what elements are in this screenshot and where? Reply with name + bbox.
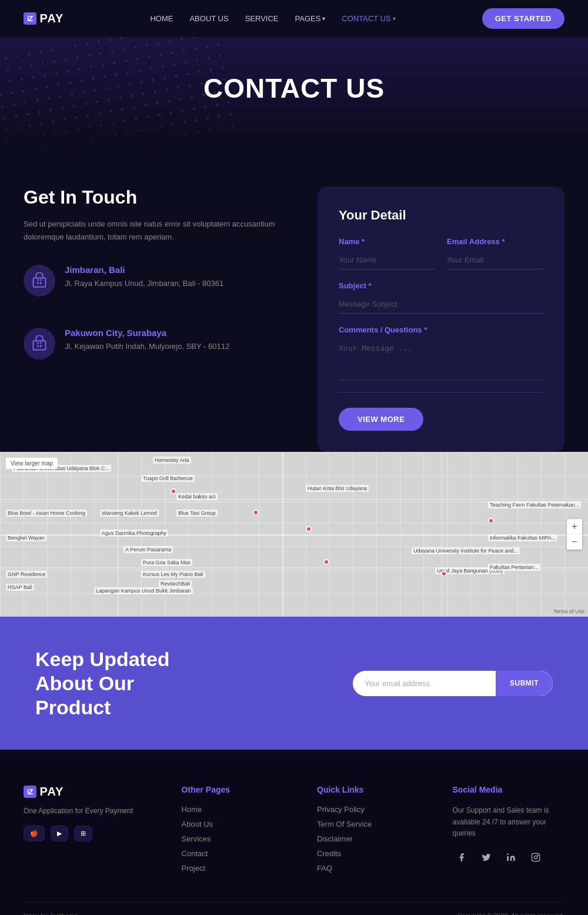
store-icon: ⊞ <box>81 830 86 837</box>
footer-link-terms[interactable]: Term Of Service <box>317 820 429 829</box>
map-label: Pura Goa Saka Mas <box>141 559 192 566</box>
form-group-email: Email Address * <box>447 237 543 269</box>
page-title: CONTACT US <box>0 72 588 104</box>
map-label: RevitechBali <box>159 580 192 587</box>
nav-links: HOME ABOUT US SERVICE PAGES ▾ CONTACT US… <box>150 14 395 23</box>
apple-store-badge[interactable]: 🍎 <box>24 826 45 841</box>
footer-col-social: Social Media Our Support and Sales team … <box>453 785 564 879</box>
map-label: Informatika Fakultas MIPA... <box>488 534 557 541</box>
svg-point-14 <box>534 856 537 859</box>
map-label: GNP Residence <box>6 571 47 578</box>
map-label: Teaching Farm Fakultas Peternakan... <box>488 501 581 508</box>
footer-link-disclaimer[interactable]: Disclaimer <box>317 834 429 843</box>
map-label: Tuapo Grill Barbecue <box>141 475 195 482</box>
form-title: Your Detail <box>339 208 543 223</box>
svg-rect-4 <box>40 282 41 285</box>
subject-input[interactable] <box>339 295 543 314</box>
map-pin <box>171 488 176 494</box>
map-label: Hutan Kota BNI Udayana <box>306 485 369 492</box>
map-label: Blue Bowl - Asian Home Cooking <box>6 510 87 517</box>
name-input[interactable] <box>339 251 435 269</box>
footer-link-about[interactable]: About Us <box>182 820 293 829</box>
instagram-icon[interactable] <box>527 849 544 866</box>
footer-copyright: Copyright © 2020. All rights reserved. <box>457 912 564 915</box>
map-zoom-in[interactable]: + <box>567 519 582 534</box>
svg-point-12 <box>507 853 509 855</box>
footer-brand: iZ PAY One Application for Every Payment… <box>24 785 158 879</box>
app-store-badge[interactable]: ⊞ <box>74 826 92 841</box>
contact-form-card: Your Detail Name * Email Address * Subje… <box>318 187 564 452</box>
footer-link-services[interactable]: Services <box>182 834 293 843</box>
map-pin <box>323 559 329 565</box>
google-play-badge[interactable]: ▶ <box>51 826 68 841</box>
map-label: Kedai bakso aci <box>176 493 218 500</box>
newsletter-submit-button[interactable]: SUBMIT <box>496 671 553 696</box>
map-container: Pasraman Universitas Udayana Blok C... H… <box>0 452 588 617</box>
logo-badge: iZ <box>24 12 36 25</box>
location-address-1: Jl. Raya Kampus Unud, Jimbaran, Bali - 8… <box>65 277 223 290</box>
nav-about[interactable]: ABOUT US <box>189 14 228 23</box>
navigation: iZ PAY HOME ABOUT US SERVICE PAGES ▾ CON… <box>0 0 588 37</box>
comments-textarea[interactable] <box>339 339 543 380</box>
map-label: A Perum Pasarama <box>123 546 173 553</box>
email-input[interactable] <box>447 251 543 269</box>
map-zoom-controls: + − <box>567 519 582 550</box>
building-icon-2 <box>31 335 48 352</box>
map-zoom-out[interactable]: − <box>567 534 582 550</box>
footer-link-credits[interactable]: Credits <box>317 849 429 858</box>
svg-rect-9 <box>40 345 41 348</box>
nav-contact[interactable]: CONTACT US ▾ <box>342 14 395 23</box>
other-pages-heading: Other Pages <box>182 785 293 794</box>
apple-icon: 🍎 <box>30 830 38 837</box>
newsletter-section: Keep Updated About Our Product SUBMIT <box>0 617 588 750</box>
svg-rect-6 <box>40 280 41 281</box>
contact-description: Sed ut perspiciatis unde omnis iste natu… <box>24 218 294 244</box>
twitter-icon[interactable] <box>477 849 495 866</box>
nav-service[interactable]: SERVICE <box>245 14 279 23</box>
location-info-2: Pakuwon City, Surabaya Jl. Kejawan Putih… <box>65 328 229 374</box>
map-road <box>282 452 283 617</box>
form-group-subject: Subject * <box>339 281 543 314</box>
footer-link-faq[interactable]: FAQ <box>317 864 429 873</box>
footer-link-privacy[interactable]: Privacy Policy <box>317 805 429 814</box>
map-label: Bengkel Wayan <box>6 534 46 541</box>
map-label: Lapangan Kampus Unud Bukit Jimbaran <box>94 587 193 594</box>
contact-heading: Get In Touch <box>24 187 294 208</box>
svg-rect-11 <box>40 342 41 344</box>
form-group-comments: Comments / Questions * <box>339 325 543 380</box>
quick-links-heading: Quick Links <box>317 785 429 794</box>
footer-col-quick-links: Quick Links Privacy Policy Term Of Servi… <box>317 785 429 879</box>
map-larger-link[interactable]: View larger map <box>6 458 58 469</box>
footer-top: iZ PAY One Application for Every Payment… <box>24 785 564 879</box>
newsletter-heading: Keep Updated About Our Product <box>35 647 212 719</box>
nav-home[interactable]: HOME <box>150 14 173 23</box>
footer-bottom: Izpay by Jegtheme Copyright © 2020. All … <box>24 902 564 915</box>
location-address-2: Jl. Kejawan Putih Indah, Mulyorejo, SBY … <box>65 340 229 353</box>
contact-left: Get In Touch Sed ut perspiciatis unde om… <box>24 187 294 391</box>
svg-rect-10 <box>38 342 39 344</box>
view-more-button[interactable]: VIEW MORE <box>339 408 423 431</box>
footer-credit: Izpay by Jegtheme <box>24 912 78 915</box>
map-pin <box>488 518 494 524</box>
linkedin-icon[interactable] <box>502 849 520 866</box>
svg-point-15 <box>537 855 538 856</box>
building-icon <box>31 272 48 289</box>
footer-link-home[interactable]: Home <box>182 805 293 814</box>
facebook-icon[interactable] <box>453 849 470 866</box>
nav-pages[interactable]: PAGES ▾ <box>295 14 326 23</box>
logo[interactable]: iZ PAY <box>24 12 64 25</box>
map-road <box>441 452 442 617</box>
newsletter-email-input[interactable] <box>353 671 496 696</box>
map-label: Fakultas Pertanian... <box>488 564 540 571</box>
map-background: Pasraman Universitas Udayana Blok C... H… <box>0 452 588 617</box>
footer-link-project[interactable]: Project <box>182 864 293 873</box>
location-info-1: Jimbaran, Bali Jl. Raya Kampus Unud, Jim… <box>65 265 223 311</box>
location-name-1: Jimbaran, Bali <box>65 265 223 275</box>
footer-app-badges: 🍎 ▶ ⊞ <box>24 826 158 841</box>
map-pin <box>253 510 259 515</box>
svg-rect-5 <box>38 280 39 281</box>
social-heading: Social Media <box>453 785 564 794</box>
get-started-button[interactable]: GET STARTED <box>482 8 564 29</box>
footer-link-contact[interactable]: Contact <box>182 849 293 858</box>
chevron-down-icon: ▾ <box>393 15 396 22</box>
